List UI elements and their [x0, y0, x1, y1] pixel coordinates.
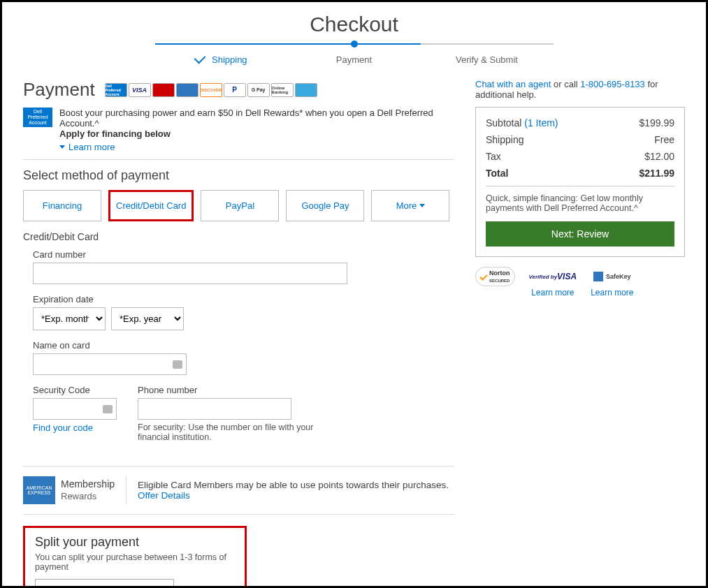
- dpa-promo: Dell Preferred Account Boost your purcha…: [23, 108, 454, 160]
- find-code-link[interactable]: Find your code: [33, 422, 93, 433]
- amex-badge-icon: AMERICAN EXPRESS: [23, 476, 55, 504]
- dpa-badge-icon: Dell Preferred Account: [23, 108, 52, 127]
- chevron-down-icon: [419, 204, 425, 207]
- order-summary: Subtotal (1 Item) $199.99 Shipping Free …: [475, 107, 685, 257]
- safekey-learn-more-link[interactable]: Learn more: [591, 288, 633, 297]
- total-label: Total: [486, 168, 508, 179]
- card-section-title: Credit/Debit Card: [23, 231, 454, 242]
- shipping-value: Free: [654, 134, 674, 145]
- vbv-learn-more-link[interactable]: Learn more: [529, 288, 577, 297]
- split-heading: Split your payment: [35, 535, 235, 550]
- exp-year-select[interactable]: *Exp. year: [111, 307, 184, 330]
- offer-details-link[interactable]: Offer Details: [138, 490, 190, 501]
- tax-value: $12.00: [644, 151, 674, 162]
- expiration-label: Expiration date: [33, 294, 454, 304]
- online-banking-icon: Online Banking: [271, 83, 294, 97]
- step-shipping[interactable]: Shipping: [155, 43, 288, 65]
- norton-badge: NortonSECURED: [475, 267, 515, 288]
- amex-text: Eligible Card Members may be able to use…: [138, 480, 449, 490]
- amex-rewards-promo: AMERICAN EXPRESS Membership Rewards Elig…: [23, 466, 454, 515]
- payment-heading: Payment: [23, 79, 95, 101]
- amex-icon: [176, 83, 198, 97]
- step-verify-label: Verify & Submit: [456, 54, 518, 65]
- card-number-input[interactable]: [33, 263, 347, 284]
- check-icon: [479, 272, 487, 280]
- name-on-card-input[interactable]: [33, 353, 187, 375]
- name-on-card-label: Name on card: [33, 340, 454, 351]
- verified-by-visa-badge: Verified byVISA Learn more: [529, 267, 577, 297]
- amex-mr-1: Membership: [61, 478, 115, 490]
- next-review-button[interactable]: Next: Review: [486, 221, 674, 247]
- phone-input[interactable]: [138, 398, 291, 420]
- tax-label: Tax: [486, 151, 501, 162]
- shipping-label: Shipping: [486, 134, 524, 145]
- support-phone-link[interactable]: 1-800-695-8133: [580, 79, 645, 89]
- chat-agent-link[interactable]: Chat with an agent: [475, 79, 551, 89]
- tab-financing[interactable]: Financing: [23, 190, 101, 221]
- tab-credit-debit[interactable]: Credit/Debit Card: [108, 190, 194, 221]
- amex-mr-2: Rewards: [61, 491, 96, 501]
- card-number-label: Card number: [33, 249, 454, 260]
- split-payment-box: Split your payment You can split your pu…: [23, 526, 247, 588]
- paypal-icon: P: [224, 83, 246, 97]
- keyboard-icon: [103, 405, 113, 413]
- subtotal-value: $199.99: [639, 117, 674, 128]
- tab-google-pay[interactable]: Google Pay: [286, 190, 364, 221]
- accepted-cards: Dell Preferred Account VISA DISCOVER P G…: [105, 83, 317, 97]
- mastercard-icon: [152, 83, 175, 97]
- visa-icon: VISA: [129, 83, 151, 97]
- discover-icon: DISCOVER: [200, 83, 222, 97]
- promo-text-1: Boost your purchasing power and earn $50…: [59, 108, 433, 128]
- page-title: Checkout: [23, 13, 685, 36]
- promo-text-2: Apply for financing below: [59, 128, 171, 139]
- check-icon: [194, 52, 206, 64]
- caret-down-icon: [59, 145, 65, 149]
- keyboard-icon: [173, 360, 182, 369]
- total-value: $211.99: [639, 168, 674, 179]
- dpa-icon: Dell Preferred Account: [105, 83, 127, 97]
- subtotal-label: Subtotal: [486, 117, 524, 128]
- help-text: Chat with an agent or call 1-800-695-813…: [475, 79, 685, 100]
- learn-more-link[interactable]: Learn more: [59, 142, 115, 152]
- phone-help-text: For security: Use the number on file wit…: [138, 422, 333, 442]
- step-verify: Verify & Submit: [421, 43, 554, 65]
- step-payment-label: Payment: [336, 54, 372, 65]
- security-code-label: Security Code: [33, 385, 117, 395]
- progress-steps: Shipping Payment Verify & Submit: [23, 43, 685, 65]
- items-link[interactable]: (1 Item): [524, 117, 558, 128]
- step-shipping-label: Shipping: [212, 54, 247, 65]
- step-payment: Payment: [288, 43, 421, 65]
- square-icon: [593, 272, 603, 281]
- trust-badges: NortonSECURED Verified byVISA Learn more…: [475, 267, 685, 297]
- safekey-badge: SafeKey Learn more: [591, 267, 633, 297]
- exp-month-select[interactable]: *Exp. month: [33, 307, 106, 330]
- finance-note: Quick, simple financing: Get low monthly…: [486, 193, 674, 213]
- gpay-icon: G Pay: [247, 83, 270, 97]
- check-card-icon: [295, 83, 317, 97]
- split-text: You can split your purchase between 1-3 …: [35, 552, 235, 572]
- tab-more[interactable]: More: [371, 190, 449, 221]
- add-payment-method-button[interactable]: Add Another Payment Method: [35, 579, 174, 588]
- method-heading: Select method of payment: [23, 168, 454, 183]
- tab-paypal[interactable]: PayPal: [201, 190, 279, 221]
- phone-label: Phone number: [138, 385, 333, 395]
